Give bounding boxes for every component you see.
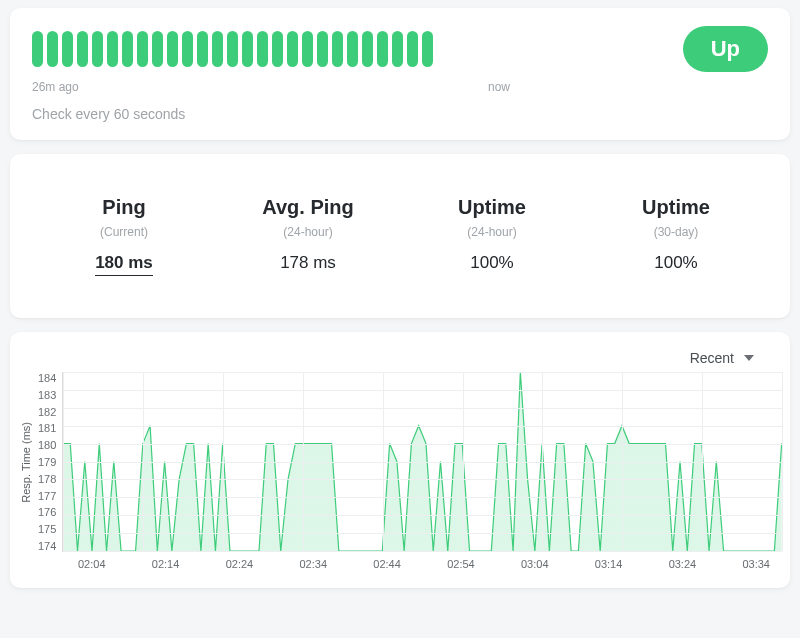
stat-title: Uptime	[417, 196, 567, 219]
grid-line	[63, 497, 782, 498]
ytick-label: 175	[38, 523, 56, 535]
xtick-label: 03:24	[669, 558, 697, 570]
grid-line	[63, 426, 782, 427]
grid-line	[63, 533, 782, 534]
uptime-tick	[167, 31, 178, 67]
grid-line	[63, 462, 782, 463]
yaxis-label: Resp. Time (ms)	[18, 422, 34, 503]
stat-title: Uptime	[601, 196, 751, 219]
uptime-tick	[377, 31, 388, 67]
ytick-label: 174	[38, 540, 56, 552]
uptime-tick	[302, 31, 313, 67]
grid-line	[63, 515, 782, 516]
grid-line	[782, 372, 783, 551]
grid-line	[63, 372, 782, 373]
uptime-tick	[362, 31, 373, 67]
grid-line	[223, 372, 224, 551]
chart-card: Recent Resp. Time (ms) 18418318218118017…	[10, 332, 790, 588]
stat-subtitle: (30-day)	[601, 225, 751, 239]
uptime-ticks-labels: 26m ago now	[32, 80, 510, 94]
grid-line	[383, 372, 384, 551]
uptime-tick	[47, 31, 58, 67]
grid-line	[63, 390, 782, 391]
ytick-label: 181	[38, 422, 56, 434]
ytick-label: 177	[38, 490, 56, 502]
uptime-tick	[287, 31, 298, 67]
stat-block: Avg. Ping(24-hour)178 ms	[233, 196, 383, 276]
stat-block: Ping(Current)180 ms	[49, 196, 199, 276]
now-label: now	[488, 80, 510, 94]
xtick-label: 02:24	[226, 558, 254, 570]
uptime-ticks	[32, 31, 583, 67]
uptime-tick	[422, 31, 433, 67]
status-row: Up	[32, 26, 768, 72]
stat-subtitle: (Current)	[49, 225, 199, 239]
grid-line	[303, 372, 304, 551]
uptime-tick	[227, 31, 238, 67]
stats-card: Ping(Current)180 msAvg. Ping(24-hour)178…	[10, 154, 790, 318]
xtick-label: 03:34	[742, 558, 770, 570]
check-interval-text: Check every 60 seconds	[32, 106, 768, 122]
xtick-label: 02:14	[152, 558, 180, 570]
uptime-tick	[317, 31, 328, 67]
stat-title: Avg. Ping	[233, 196, 383, 219]
ytick-label: 183	[38, 389, 56, 401]
xaxis-row: 02:0402:1402:2402:3402:4402:5403:0403:14…	[66, 552, 782, 570]
grid-line	[702, 372, 703, 551]
grid-line	[63, 372, 64, 551]
ytick-label: 180	[38, 439, 56, 451]
uptime-tick	[347, 31, 358, 67]
stats-row: Ping(Current)180 msAvg. Ping(24-hour)178…	[32, 172, 768, 300]
xaxis-ticks: 02:0402:1402:2402:3402:4402:5403:0403:14…	[78, 558, 782, 570]
xtick-label: 03:14	[595, 558, 623, 570]
yaxis-ticks: 184183182181180179178177176175174	[34, 372, 62, 552]
uptime-tick	[77, 31, 88, 67]
chevron-down-icon	[744, 355, 754, 361]
ytick-label: 182	[38, 406, 56, 418]
stat-block: Uptime(30-day)100%	[601, 196, 751, 276]
uptime-tick	[107, 31, 118, 67]
status-card: Up 26m ago now Check every 60 seconds	[10, 8, 790, 140]
grid-line	[63, 408, 782, 409]
stat-subtitle: (24-hour)	[233, 225, 383, 239]
xtick-label: 02:34	[299, 558, 327, 570]
chart-range-dropdown[interactable]: Recent	[690, 350, 754, 366]
grid-line	[63, 479, 782, 480]
uptime-tick	[272, 31, 283, 67]
uptime-tick	[197, 31, 208, 67]
uptime-tick	[182, 31, 193, 67]
status-badge: Up	[683, 26, 768, 72]
chart-header: Recent	[18, 350, 782, 372]
xtick-label: 02:54	[447, 558, 475, 570]
uptime-tick	[152, 31, 163, 67]
ytick-label: 184	[38, 372, 56, 384]
stat-subtitle: (24-hour)	[417, 225, 567, 239]
ytick-label: 179	[38, 456, 56, 468]
grid-line	[63, 551, 782, 552]
grid-line	[542, 372, 543, 551]
uptime-tick	[62, 31, 73, 67]
uptime-tick	[212, 31, 223, 67]
xtick-label: 02:44	[373, 558, 401, 570]
xtick-label: 03:04	[521, 558, 549, 570]
uptime-tick	[122, 31, 133, 67]
uptime-tick	[32, 31, 43, 67]
chart-plot[interactable]	[62, 372, 782, 552]
grid-line	[143, 372, 144, 551]
stat-value: 178 ms	[233, 253, 383, 273]
uptime-tick	[242, 31, 253, 67]
ytick-label: 178	[38, 473, 56, 485]
uptime-tick	[392, 31, 403, 67]
stat-value: 100%	[601, 253, 751, 273]
stat-value: 100%	[417, 253, 567, 273]
uptime-tick	[137, 31, 148, 67]
grid-line	[63, 444, 782, 445]
chart-area: Resp. Time (ms) 184183182181180179178177…	[18, 372, 782, 552]
stat-value: 180 ms	[95, 253, 153, 276]
chart-range-label: Recent	[690, 350, 734, 366]
uptime-tick	[407, 31, 418, 67]
uptime-tick	[92, 31, 103, 67]
stat-title: Ping	[49, 196, 199, 219]
xtick-label: 02:04	[78, 558, 106, 570]
uptime-tick	[257, 31, 268, 67]
